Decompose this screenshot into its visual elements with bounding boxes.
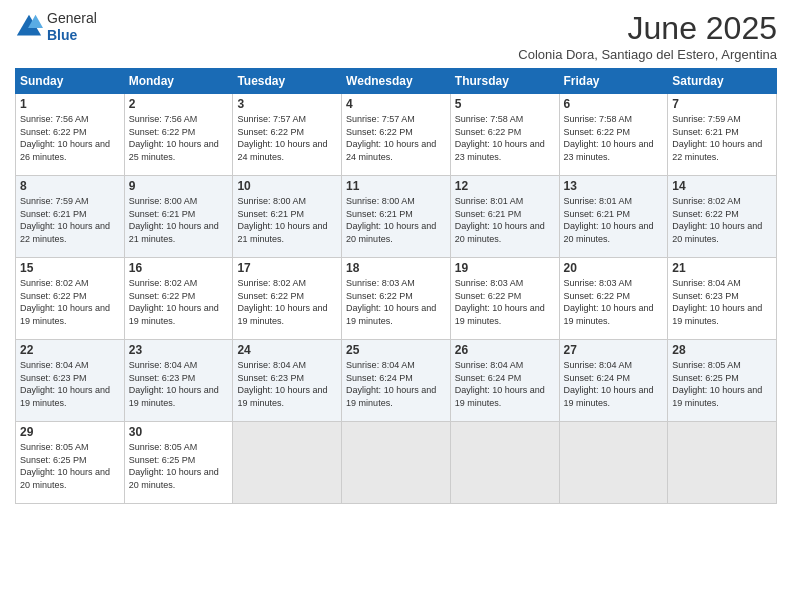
day-number: 14 — [672, 179, 772, 193]
day-number: 28 — [672, 343, 772, 357]
cell-info: Sunrise: 7:57 AMSunset: 6:22 PMDaylight:… — [237, 113, 337, 163]
day-number: 12 — [455, 179, 555, 193]
day-number: 5 — [455, 97, 555, 111]
day-cell: 22 Sunrise: 8:04 AMSunset: 6:23 PMDaylig… — [16, 340, 125, 422]
cell-info: Sunrise: 8:04 AMSunset: 6:24 PMDaylight:… — [455, 359, 555, 409]
day-cell — [233, 422, 342, 504]
day-cell: 25 Sunrise: 8:04 AMSunset: 6:24 PMDaylig… — [342, 340, 451, 422]
day-cell: 9 Sunrise: 8:00 AMSunset: 6:21 PMDayligh… — [124, 176, 233, 258]
day-number: 1 — [20, 97, 120, 111]
day-cell: 20 Sunrise: 8:03 AMSunset: 6:22 PMDaylig… — [559, 258, 668, 340]
week-row-2: 8 Sunrise: 7:59 AMSunset: 6:21 PMDayligh… — [16, 176, 777, 258]
day-number: 23 — [129, 343, 229, 357]
cell-info: Sunrise: 8:01 AMSunset: 6:21 PMDaylight:… — [455, 195, 555, 245]
day-number: 29 — [20, 425, 120, 439]
cell-info: Sunrise: 8:02 AMSunset: 6:22 PMDaylight:… — [129, 277, 229, 327]
subtitle: Colonia Dora, Santiago del Estero, Argen… — [518, 47, 777, 62]
day-number: 15 — [20, 261, 120, 275]
day-number: 6 — [564, 97, 664, 111]
cell-info: Sunrise: 8:04 AMSunset: 6:23 PMDaylight:… — [20, 359, 120, 409]
cell-info: Sunrise: 8:00 AMSunset: 6:21 PMDaylight:… — [237, 195, 337, 245]
month-title: June 2025 — [518, 10, 777, 47]
day-number: 26 — [455, 343, 555, 357]
day-number: 19 — [455, 261, 555, 275]
cell-info: Sunrise: 8:04 AMSunset: 6:24 PMDaylight:… — [346, 359, 446, 409]
day-number: 13 — [564, 179, 664, 193]
day-cell — [559, 422, 668, 504]
header-monday: Monday — [124, 69, 233, 94]
day-number: 20 — [564, 261, 664, 275]
day-cell: 16 Sunrise: 8:02 AMSunset: 6:22 PMDaylig… — [124, 258, 233, 340]
day-cell: 24 Sunrise: 8:04 AMSunset: 6:23 PMDaylig… — [233, 340, 342, 422]
logo: General Blue — [15, 10, 97, 44]
day-cell: 29 Sunrise: 8:05 AMSunset: 6:25 PMDaylig… — [16, 422, 125, 504]
day-cell: 6 Sunrise: 7:58 AMSunset: 6:22 PMDayligh… — [559, 94, 668, 176]
header-saturday: Saturday — [668, 69, 777, 94]
cell-info: Sunrise: 8:03 AMSunset: 6:22 PMDaylight:… — [564, 277, 664, 327]
cell-info: Sunrise: 8:02 AMSunset: 6:22 PMDaylight:… — [20, 277, 120, 327]
cell-info: Sunrise: 7:56 AMSunset: 6:22 PMDaylight:… — [129, 113, 229, 163]
week-row-4: 22 Sunrise: 8:04 AMSunset: 6:23 PMDaylig… — [16, 340, 777, 422]
day-cell: 28 Sunrise: 8:05 AMSunset: 6:25 PMDaylig… — [668, 340, 777, 422]
day-cell: 19 Sunrise: 8:03 AMSunset: 6:22 PMDaylig… — [450, 258, 559, 340]
header-thursday: Thursday — [450, 69, 559, 94]
week-row-5: 29 Sunrise: 8:05 AMSunset: 6:25 PMDaylig… — [16, 422, 777, 504]
day-number: 4 — [346, 97, 446, 111]
cell-info: Sunrise: 8:04 AMSunset: 6:24 PMDaylight:… — [564, 359, 664, 409]
day-number: 25 — [346, 343, 446, 357]
day-cell: 12 Sunrise: 8:01 AMSunset: 6:21 PMDaylig… — [450, 176, 559, 258]
cell-info: Sunrise: 8:03 AMSunset: 6:22 PMDaylight:… — [455, 277, 555, 327]
page: General Blue June 2025 Colonia Dora, San… — [0, 0, 792, 612]
day-number: 8 — [20, 179, 120, 193]
day-number: 10 — [237, 179, 337, 193]
cell-info: Sunrise: 8:05 AMSunset: 6:25 PMDaylight:… — [672, 359, 772, 409]
calendar: SundayMondayTuesdayWednesdayThursdayFrid… — [15, 68, 777, 504]
day-number: 24 — [237, 343, 337, 357]
day-cell: 5 Sunrise: 7:58 AMSunset: 6:22 PMDayligh… — [450, 94, 559, 176]
day-cell: 17 Sunrise: 8:02 AMSunset: 6:22 PMDaylig… — [233, 258, 342, 340]
cell-info: Sunrise: 7:59 AMSunset: 6:21 PMDaylight:… — [672, 113, 772, 163]
day-cell: 1 Sunrise: 7:56 AMSunset: 6:22 PMDayligh… — [16, 94, 125, 176]
day-number: 30 — [129, 425, 229, 439]
day-cell: 15 Sunrise: 8:02 AMSunset: 6:22 PMDaylig… — [16, 258, 125, 340]
day-number: 11 — [346, 179, 446, 193]
cell-info: Sunrise: 8:04 AMSunset: 6:23 PMDaylight:… — [672, 277, 772, 327]
day-number: 7 — [672, 97, 772, 111]
cell-info: Sunrise: 7:57 AMSunset: 6:22 PMDaylight:… — [346, 113, 446, 163]
day-cell: 23 Sunrise: 8:04 AMSunset: 6:23 PMDaylig… — [124, 340, 233, 422]
logo-text: General Blue — [47, 10, 97, 44]
cell-info: Sunrise: 7:58 AMSunset: 6:22 PMDaylight:… — [564, 113, 664, 163]
logo-general: General — [47, 10, 97, 27]
cell-info: Sunrise: 7:56 AMSunset: 6:22 PMDaylight:… — [20, 113, 120, 163]
cell-info: Sunrise: 7:59 AMSunset: 6:21 PMDaylight:… — [20, 195, 120, 245]
cell-info: Sunrise: 8:02 AMSunset: 6:22 PMDaylight:… — [237, 277, 337, 327]
header-wednesday: Wednesday — [342, 69, 451, 94]
day-cell: 14 Sunrise: 8:02 AMSunset: 6:22 PMDaylig… — [668, 176, 777, 258]
day-number: 17 — [237, 261, 337, 275]
day-number: 22 — [20, 343, 120, 357]
cell-info: Sunrise: 8:01 AMSunset: 6:21 PMDaylight:… — [564, 195, 664, 245]
day-cell: 18 Sunrise: 8:03 AMSunset: 6:22 PMDaylig… — [342, 258, 451, 340]
week-row-3: 15 Sunrise: 8:02 AMSunset: 6:22 PMDaylig… — [16, 258, 777, 340]
day-cell: 27 Sunrise: 8:04 AMSunset: 6:24 PMDaylig… — [559, 340, 668, 422]
day-cell — [668, 422, 777, 504]
header-tuesday: Tuesday — [233, 69, 342, 94]
day-cell: 4 Sunrise: 7:57 AMSunset: 6:22 PMDayligh… — [342, 94, 451, 176]
cell-info: Sunrise: 8:02 AMSunset: 6:22 PMDaylight:… — [672, 195, 772, 245]
day-number: 21 — [672, 261, 772, 275]
header: General Blue June 2025 Colonia Dora, San… — [15, 10, 777, 62]
cell-info: Sunrise: 8:03 AMSunset: 6:22 PMDaylight:… — [346, 277, 446, 327]
cell-info: Sunrise: 8:00 AMSunset: 6:21 PMDaylight:… — [346, 195, 446, 245]
logo-icon — [15, 13, 43, 41]
day-number: 27 — [564, 343, 664, 357]
header-friday: Friday — [559, 69, 668, 94]
day-number: 9 — [129, 179, 229, 193]
day-cell: 13 Sunrise: 8:01 AMSunset: 6:21 PMDaylig… — [559, 176, 668, 258]
day-number: 18 — [346, 261, 446, 275]
header-sunday: Sunday — [16, 69, 125, 94]
cell-info: Sunrise: 8:05 AMSunset: 6:25 PMDaylight:… — [129, 441, 229, 491]
day-cell — [342, 422, 451, 504]
day-number: 3 — [237, 97, 337, 111]
day-cell: 21 Sunrise: 8:04 AMSunset: 6:23 PMDaylig… — [668, 258, 777, 340]
day-cell: 11 Sunrise: 8:00 AMSunset: 6:21 PMDaylig… — [342, 176, 451, 258]
